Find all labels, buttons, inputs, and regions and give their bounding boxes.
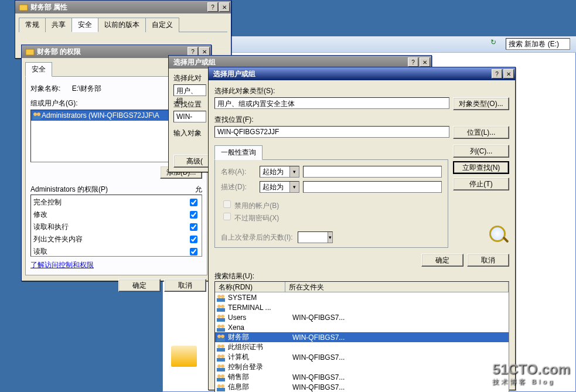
ok-button[interactable]: 确定	[118, 279, 161, 292]
svg-point-21	[221, 345, 224, 348]
results-listbox[interactable]: 名称(RDN) 所在文件夹 SYSTEMTERMINAL ...UsersWIN…	[214, 281, 509, 392]
perm-list-folder: 列出文件夹内容	[32, 233, 165, 246]
result-row[interactable]: UsersWIN-QFIBGS7...	[215, 312, 509, 322]
object-type-field[interactable]: 用户、组或内置安全主体	[214, 97, 449, 109]
nav-refresh-icon[interactable]: ↻	[490, 38, 502, 50]
result-name: TERMINAL ...	[228, 304, 292, 312]
group-icon	[216, 353, 226, 362]
perm-read-allow[interactable]	[190, 248, 197, 255]
folder-large-icon[interactable]	[171, 346, 197, 367]
properties-tabs: 常规 共享 安全 以前的版本 自定义	[19, 17, 227, 32]
group-entry: Administrators (WIN-QFIBGS72JJF\A	[42, 111, 159, 120]
svg-point-8	[217, 305, 221, 308]
desc-combo[interactable]: 起始为▾	[260, 181, 299, 193]
group-icon	[32, 111, 42, 120]
svg-rect-31	[217, 378, 225, 381]
svg-rect-34	[217, 388, 225, 391]
perm-full-control-allow[interactable]	[190, 199, 197, 206]
tab-general[interactable]: 常规	[19, 18, 46, 32]
help-button[interactable]: ?	[408, 57, 418, 67]
result-name: SYSTEM	[228, 294, 292, 302]
cancel-button[interactable]: 取消	[467, 254, 509, 267]
window-title: 财务部 属性	[30, 2, 206, 12]
stop-button[interactable]: 停止(T)	[453, 178, 509, 190]
group-icon	[216, 333, 226, 342]
tab-previous-versions[interactable]: 以前的版本	[98, 18, 146, 32]
help-button[interactable]: ?	[207, 2, 218, 12]
ok-button[interactable]: 确定	[421, 254, 463, 267]
group-icon	[216, 363, 226, 372]
close-button[interactable]: ✕	[420, 57, 430, 67]
perm-modify: 修改	[32, 209, 165, 221]
result-folder: WIN-QFIBGS7...	[292, 333, 345, 342]
tab-security[interactable]: 安全	[71, 18, 98, 32]
result-row[interactable]: 财务部WIN-QFIBGS7...	[215, 332, 509, 342]
name-label: 名称(A):	[221, 167, 256, 177]
svg-point-3	[37, 113, 40, 116]
explorer-search-input[interactable]	[506, 38, 570, 50]
disabled-accounts-label: 禁用的帐户(B)	[234, 202, 279, 210]
perm-modify-allow[interactable]	[190, 211, 197, 219]
chevron-down-icon[interactable]: ▾	[289, 182, 299, 192]
object-types-button[interactable]: 对象类型(O)...	[453, 97, 509, 110]
result-row[interactable]: 销售部WIN-QFIBGS7...	[215, 372, 509, 382]
result-row[interactable]: Xena	[215, 322, 509, 332]
tab-security[interactable]: 安全	[25, 62, 52, 77]
find-location-label: 查找位置(F):	[214, 115, 509, 125]
svg-rect-10	[217, 308, 225, 312]
find-now-button[interactable]: 立即查找(N)	[453, 161, 509, 174]
close-button[interactable]: ✕	[503, 69, 514, 79]
col-folder-header[interactable]: 所在文件夹	[285, 282, 509, 292]
svg-point-29	[217, 374, 221, 378]
allow-header: 允	[195, 185, 202, 195]
object-name-label: 对象名称:	[30, 84, 60, 93]
perm-full-control: 完全控制	[32, 196, 165, 209]
learn-link[interactable]: 了解访问控制和权限	[30, 261, 94, 269]
tab-general-query[interactable]: 一般性查询	[214, 145, 263, 160]
help-button[interactable]: ?	[492, 69, 502, 79]
perm-list-folder-allow[interactable]	[190, 236, 197, 243]
result-row[interactable]: 计算机WIN-QFIBGS7...	[215, 352, 509, 362]
non-expiring-label: 不过期密码(X)	[234, 214, 279, 222]
chevron-down-icon[interactable]: ▾	[289, 166, 299, 177]
result-row[interactable]: SYSTEM	[215, 292, 509, 302]
result-row[interactable]: TERMINAL ...	[215, 302, 509, 312]
location-field[interactable]: WIN-QFIBGS72JJF	[214, 126, 449, 138]
svg-point-11	[217, 315, 221, 318]
permissions-header: Administrators 的权限(P)	[30, 185, 195, 195]
result-row[interactable]: 控制台登录	[215, 362, 509, 372]
svg-point-12	[221, 315, 224, 318]
col-name-header[interactable]: 名称(RDN)	[215, 282, 285, 292]
name-combo[interactable]: 起始为▾	[260, 166, 299, 178]
cancel-button[interactable]: 取消	[164, 279, 206, 292]
result-folder: WIN-QFIBGS7...	[292, 383, 345, 391]
result-name: 信息部	[228, 382, 292, 392]
disabled-accounts-check	[223, 200, 231, 208]
locations-button[interactable]: 位置(L)...	[453, 126, 509, 139]
perm-read-execute-allow[interactable]	[190, 223, 197, 231]
desc-input[interactable]	[303, 181, 442, 193]
result-name: Xena	[228, 323, 292, 332]
folder-icon	[25, 47, 35, 56]
svg-point-18	[221, 335, 224, 338]
result-row[interactable]: 信息部WIN-QFIBGS7...	[215, 382, 509, 392]
object-name-value: E:\财务部	[72, 84, 102, 93]
field: 用户、组	[173, 84, 206, 96]
group-icon	[216, 343, 226, 352]
result-name: 控制台登录	[228, 362, 292, 372]
svg-point-30	[221, 374, 224, 378]
search-icon	[489, 226, 509, 246]
close-button[interactable]: ✕	[219, 2, 230, 12]
result-row[interactable]: 此组织证书	[215, 342, 509, 352]
columns-button[interactable]: 列(C)...	[453, 145, 509, 158]
perm-read-execute: 读取和执行	[32, 221, 165, 233]
select-users-window-advanced: 选择用户或组 ? ✕ 选择此对象类型(S): 用户、组或内置安全主体 对象类型(…	[208, 67, 516, 390]
non-expiring-check	[223, 213, 231, 220]
tab-sharing[interactable]: 共享	[45, 18, 72, 32]
svg-rect-19	[217, 338, 225, 342]
name-input[interactable]	[303, 166, 442, 178]
svg-rect-16	[217, 328, 225, 332]
group-icon	[216, 303, 226, 312]
tab-customize[interactable]: 自定义	[145, 18, 179, 32]
svg-rect-22	[217, 348, 225, 352]
